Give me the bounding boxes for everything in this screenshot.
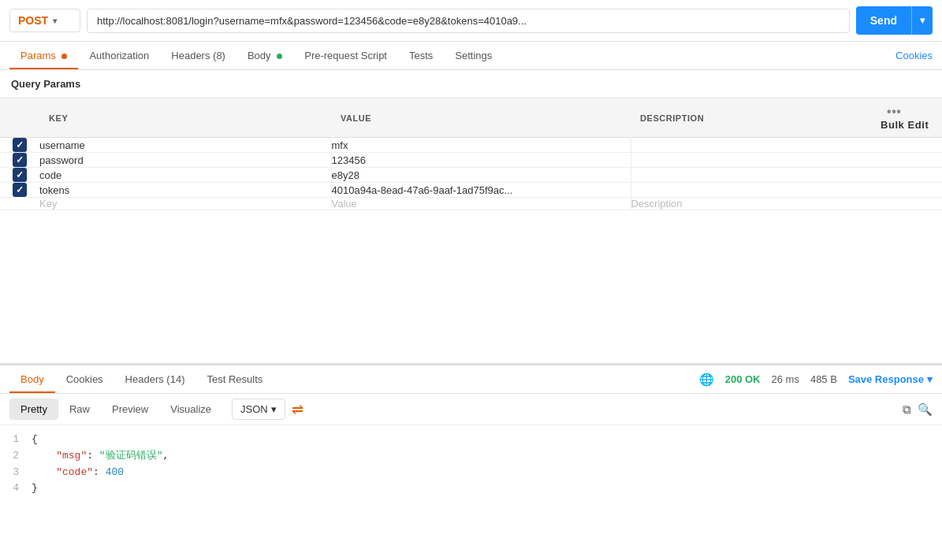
tab-cookies-response-label: Cookies — [66, 373, 103, 385]
tab-body-label: Body — [248, 50, 271, 61]
view-tab-raw[interactable]: Raw — [58, 399, 101, 420]
code-content-1: { — [32, 432, 942, 448]
view-tab-visualize[interactable]: Visualize — [159, 399, 222, 420]
view-tab-pretty[interactable]: Pretty — [9, 399, 58, 420]
response-view-tabs: Pretty Raw Preview Visualize JSON ▾ ⇌ ⧉ … — [0, 394, 942, 425]
row3-desc[interactable] — [631, 168, 871, 183]
checkbox-tokens[interactable] — [13, 183, 27, 197]
send-arrow-icon[interactable]: ▾ — [912, 9, 933, 32]
placeholder-actions — [871, 198, 942, 210]
response-tabs-row: Body Cookies Headers (14) Test Results 🌐… — [0, 365, 942, 394]
upper-section: Query Params KEY VALUE DESCRIPTION ••• B… — [0, 70, 942, 363]
method-label: POST — [18, 14, 48, 27]
row2-key[interactable]: password — [39, 153, 331, 168]
app-layout: POST ▾ http://localhost:8081/login?usern… — [0, 0, 942, 560]
method-select[interactable]: POST ▾ — [9, 9, 80, 32]
bulk-edit-btn[interactable]: Bulk Edit — [881, 119, 929, 131]
tab-test-results[interactable]: Test Results — [195, 365, 274, 393]
tab-tests[interactable]: Tests — [398, 42, 444, 69]
format-select[interactable]: JSON ▾ — [232, 399, 285, 420]
tab-prerequest-label: Pre-request Script — [304, 50, 387, 61]
code-content-2: "msg": "验证码错误", — [32, 448, 942, 465]
body-dot — [277, 54, 282, 59]
row1-value[interactable]: mfx — [331, 138, 631, 153]
top-bar: POST ▾ http://localhost:8081/login?usern… — [0, 0, 942, 42]
row2-desc[interactable] — [631, 153, 871, 168]
row1-desc[interactable] — [631, 138, 871, 153]
placeholder-value[interactable]: Value — [331, 198, 631, 210]
params-table-wrapper: KEY VALUE DESCRIPTION ••• Bulk Edit — [0, 98, 942, 363]
row2-check[interactable] — [0, 153, 39, 168]
row3-actions — [871, 168, 942, 183]
save-response-chevron-icon: ▾ — [927, 373, 933, 385]
table-row: password 123456 — [0, 153, 942, 168]
row2-value[interactable]: 123456 — [331, 153, 631, 168]
row4-check[interactable] — [0, 183, 39, 198]
line-num-2: 2 — [0, 448, 32, 465]
format-label: JSON — [240, 403, 268, 415]
view-tab-preview[interactable]: Preview — [101, 399, 159, 420]
tab-headers-response-label: Headers (14) — [125, 373, 185, 385]
row3-value[interactable]: e8y28 — [331, 168, 631, 183]
view-tab-raw-label: Raw — [69, 403, 90, 415]
row1-check[interactable] — [0, 138, 39, 153]
tab-headers-response[interactable]: Headers (14) — [114, 365, 196, 393]
placeholder-key[interactable]: Key — [39, 198, 331, 210]
url-input[interactable]: http://localhost:8081/login?username=mfx… — [87, 9, 850, 33]
line-num-1: 1 — [0, 432, 32, 448]
code-area: 1 { 2 "msg": "验证码错误", 3 "code": 400 4 } — [0, 425, 942, 503]
view-tab-visualize-label: Visualize — [170, 403, 211, 415]
tab-test-results-label: Test Results — [207, 373, 262, 385]
row1-key[interactable]: username — [39, 138, 331, 153]
col-header-description: DESCRIPTION — [631, 98, 871, 138]
params-table: KEY VALUE DESCRIPTION ••• Bulk Edit — [0, 98, 942, 210]
row4-value[interactable]: 4010a94a-8ead-47a6-9aaf-1ad75f9ac... — [331, 183, 631, 198]
checkbox-username[interactable] — [13, 138, 27, 152]
tab-settings[interactable]: Settings — [444, 42, 503, 69]
code-line-3: 3 "code": 400 — [0, 465, 942, 481]
row4-desc[interactable] — [631, 183, 871, 198]
status-area: 🌐 200 OK 26 ms 485 B Save Response ▾ — [699, 373, 933, 387]
col-header-actions: ••• Bulk Edit — [871, 98, 942, 138]
tab-body-response[interactable]: Body — [9, 365, 55, 393]
search-icon[interactable]: 🔍 — [918, 402, 933, 417]
table-row-placeholder: Key Value Description — [0, 198, 942, 210]
save-response-label: Save Response — [848, 373, 924, 385]
save-response-btn[interactable]: Save Response ▾ — [848, 373, 933, 385]
code-line-4: 4 } — [0, 480, 942, 497]
tab-tests-label: Tests — [409, 50, 433, 61]
col-header-value: VALUE — [331, 98, 631, 138]
status-ok: 200 OK — [725, 373, 761, 385]
row2-actions — [871, 153, 942, 168]
send-button[interactable]: Send ▾ — [856, 6, 933, 35]
copy-icon[interactable]: ⧉ — [903, 402, 911, 417]
method-chevron-icon: ▾ — [53, 17, 57, 25]
tab-prerequest[interactable]: Pre-request Script — [293, 42, 398, 69]
query-params-title: Query Params — [0, 70, 942, 98]
table-row: tokens 4010a94a-8ead-47a6-9aaf-1ad75f9ac… — [0, 183, 942, 198]
params-dot — [61, 54, 67, 59]
wrap-icon[interactable]: ⇌ — [292, 401, 303, 418]
cookies-link[interactable]: Cookies — [895, 42, 933, 69]
view-tab-preview-label: Preview — [112, 403, 148, 415]
tab-body[interactable]: Body — [236, 42, 293, 69]
tab-settings-label: Settings — [455, 50, 492, 61]
row3-check[interactable] — [0, 168, 39, 183]
row3-key[interactable]: code — [39, 168, 331, 183]
checkbox-password[interactable] — [13, 153, 27, 167]
tab-cookies-response[interactable]: Cookies — [55, 365, 114, 393]
checkbox-code[interactable] — [13, 168, 27, 182]
tab-params[interactable]: Params — [9, 42, 78, 69]
tab-authorization[interactable]: Authorization — [78, 42, 160, 69]
tab-headers[interactable]: Headers (8) — [160, 42, 236, 69]
placeholder-desc[interactable]: Description — [631, 198, 871, 210]
row4-key[interactable]: tokens — [39, 183, 331, 198]
send-label: Send — [856, 8, 911, 33]
lower-section: Body Cookies Headers (14) Test Results 🌐… — [0, 363, 942, 560]
line-num-4: 4 — [0, 480, 32, 497]
tab-body-response-label: Body — [20, 373, 44, 385]
row4-actions — [871, 183, 942, 198]
table-row: username mfx — [0, 138, 942, 153]
tab-params-label: Params — [20, 50, 56, 61]
status-size: 485 B — [810, 373, 837, 385]
